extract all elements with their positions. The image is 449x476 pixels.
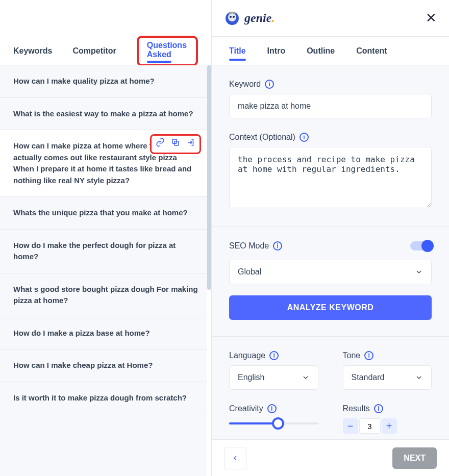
chevron-down-icon xyxy=(415,373,423,382)
seo-label: SEO Mode xyxy=(229,241,269,250)
right-panel: genie. ✕ Title Intro Outline Content Key… xyxy=(212,0,449,476)
left-panel: Keywords Competitor Questions Asked How … xyxy=(0,0,212,476)
back-button[interactable] xyxy=(224,447,246,469)
separator xyxy=(212,336,449,337)
slider-knob[interactable] xyxy=(272,417,284,430)
chevron-down-icon xyxy=(415,268,423,276)
left-topbar-spacer xyxy=(0,0,211,37)
results-label: Results xyxy=(343,404,370,413)
slider-fill xyxy=(229,422,278,424)
info-icon[interactable]: i xyxy=(374,404,383,413)
tab-title[interactable]: Title xyxy=(229,46,246,56)
seo-scope-field: Global xyxy=(229,260,432,284)
creativity-label: Creativity xyxy=(229,404,263,413)
seo-row: SEO Mode i xyxy=(229,241,432,250)
info-icon[interactable]: i xyxy=(265,80,274,89)
info-icon[interactable]: i xyxy=(269,351,279,360)
creativity-field: Creativity i xyxy=(229,404,318,434)
left-scrollbar[interactable] xyxy=(207,65,211,476)
results-input[interactable] xyxy=(359,418,381,434)
question-item[interactable]: How can I make quality pizza at home? xyxy=(0,65,211,98)
tab-questions-asked[interactable]: Questions Asked xyxy=(147,41,187,59)
tone-label: Tone xyxy=(343,351,361,360)
tab-keywords[interactable]: Keywords xyxy=(13,46,52,56)
language-value: English xyxy=(238,373,264,382)
link-icon[interactable] xyxy=(156,138,165,151)
keyword-field: Keyword i xyxy=(229,80,432,118)
copy-icon[interactable] xyxy=(171,138,180,151)
language-field: Language i English xyxy=(229,351,318,390)
question-item[interactable]: How do I make a pizza base at home? xyxy=(0,317,211,350)
right-footer: NEXT xyxy=(212,439,449,476)
toggle-knob[interactable] xyxy=(421,240,434,252)
question-item[interactable]: What is the easiest way to make a pizza … xyxy=(0,98,211,131)
tab-questions-highlight: Questions Asked xyxy=(137,36,198,66)
question-item[interactable]: How can I make cheap pizza at Home? xyxy=(0,349,211,382)
tab-competitor[interactable]: Competitor xyxy=(72,46,116,56)
right-header: genie. ✕ xyxy=(212,0,449,37)
questions-list[interactable]: How can I make quality pizza at home? Wh… xyxy=(0,65,211,476)
question-item[interactable]: What s good store bought pizza dough For… xyxy=(0,273,211,317)
analyze-keyword-button[interactable]: ANALYZE KEYWORD xyxy=(229,295,432,320)
close-icon[interactable]: ✕ xyxy=(426,10,437,26)
seo-toggle[interactable] xyxy=(410,241,432,250)
tab-intro[interactable]: Intro xyxy=(267,46,286,56)
creativity-slider[interactable] xyxy=(229,418,318,429)
separator xyxy=(212,227,449,227)
svg-point-3 xyxy=(228,13,236,21)
results-plus-button[interactable]: + xyxy=(382,418,397,434)
question-item[interactable]: Is it worth it to make pizza dough from … xyxy=(0,382,211,415)
info-icon[interactable]: i xyxy=(364,351,373,360)
language-label: Language xyxy=(229,351,265,360)
brand-text: genie. xyxy=(244,11,275,25)
context-label: Context (Optional) xyxy=(229,133,295,142)
chevron-down-icon xyxy=(302,373,310,382)
context-field: Context (Optional) i the process and rec… xyxy=(229,133,432,210)
tone-field: Tone i Standard xyxy=(343,351,432,390)
chevron-left-icon xyxy=(231,454,239,462)
language-select[interactable]: English xyxy=(229,365,318,390)
question-item[interactable]: How do I make the perfect dough for pizz… xyxy=(0,230,211,273)
app-root: Keywords Competitor Questions Asked How … xyxy=(0,0,449,476)
tab-outline[interactable]: Outline xyxy=(307,46,335,56)
right-tabs: Title Intro Outline Content xyxy=(212,37,449,65)
question-item[interactable]: Whats the unique pizza that you make at … xyxy=(0,197,211,230)
brand-logo: genie. xyxy=(224,10,275,27)
info-icon[interactable]: i xyxy=(300,133,309,142)
info-icon[interactable]: i xyxy=(273,241,282,250)
creativity-results-row: Creativity i Results i − xyxy=(229,404,432,434)
svg-point-5 xyxy=(233,16,235,18)
seo-scope-select[interactable]: Global xyxy=(229,260,432,284)
right-body[interactable]: Title Intro Outline Content Keyword i Co… xyxy=(212,37,449,476)
left-tabs: Keywords Competitor Questions Asked xyxy=(0,37,211,65)
tone-select[interactable]: Standard xyxy=(343,365,432,390)
next-button[interactable]: NEXT xyxy=(392,447,437,469)
results-field: Results i − + xyxy=(343,404,432,434)
left-scrollbar-thumb[interactable] xyxy=(207,65,211,290)
svg-point-4 xyxy=(230,16,232,18)
context-input[interactable]: the process and recipe to make pizza at … xyxy=(229,147,432,208)
question-item[interactable]: How can I make pizza at home where the c… xyxy=(0,130,211,197)
tab-content[interactable]: Content xyxy=(356,46,387,56)
results-stepper: − + xyxy=(343,418,432,434)
results-minus-button[interactable]: − xyxy=(343,418,358,434)
lang-tone-row: Language i English Tone i Standard xyxy=(229,351,432,390)
tone-value: Standard xyxy=(352,373,385,382)
seo-scope-value: Global xyxy=(238,267,261,277)
question-item-actions-highlight xyxy=(150,134,201,154)
genie-icon xyxy=(224,10,240,27)
insert-icon[interactable] xyxy=(186,138,195,151)
keyword-label: Keyword xyxy=(229,80,261,89)
keyword-input[interactable] xyxy=(229,94,432,118)
info-icon[interactable]: i xyxy=(267,404,277,413)
